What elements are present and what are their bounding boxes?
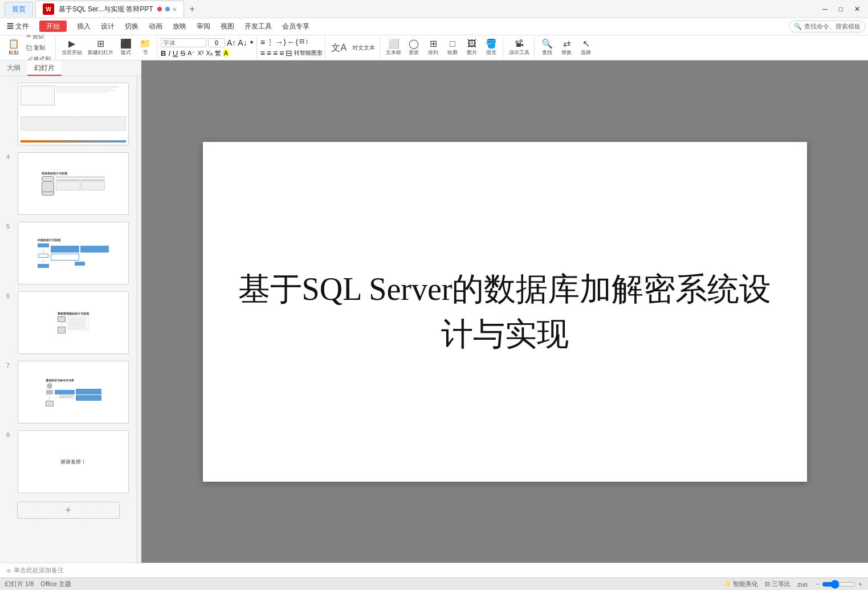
numbered-list-btn[interactable]: ⋮ (266, 38, 274, 47)
menu-vip[interactable]: 会员专享 (278, 20, 314, 33)
text-direction-btn[interactable]: 文A (329, 42, 349, 54)
increase-font-btn[interactable]: A↑ (227, 38, 236, 47)
menu-review[interactable]: 审阅 (192, 20, 215, 33)
image-icon: 🖼 (467, 39, 476, 48)
tab-close-btn[interactable]: ✕ (172, 6, 177, 13)
slides-group: ▶ 当页开始 ⊞ 新建幻灯片 ⬛ 版式 📁 节 (57, 37, 157, 59)
home-tab[interactable]: 首页 (5, 2, 33, 17)
line-spacing-btn[interactable]: ↕ (305, 38, 309, 47)
align-center-btn[interactable]: ≡ (267, 48, 271, 58)
indent-left-btn[interactable]: ←⟨ (287, 38, 298, 47)
find-btn[interactable]: 🔍 查找 (538, 38, 556, 58)
doc-tab[interactable]: W 基于SQL Ser...与实现 答辩PPT ✕ (35, 1, 184, 17)
shape-icon: ◯ (409, 39, 419, 48)
decrease-font-btn[interactable]: A↓ (238, 38, 247, 47)
char-spacing-btn[interactable]: 繁 (215, 49, 221, 58)
slide-thumb-7[interactable]: 7 通信协议与命令行分析 ↕ (2, 358, 134, 426)
align-text-label: 对文文本 (352, 44, 375, 52)
slide-thumb-5[interactable]: 5 列表的设计与实现 ↓ ↓ (2, 219, 134, 287)
present-tools-btn[interactable]: 📽 演示工具 (507, 38, 532, 58)
slide-thumb-8[interactable]: 8 谢谢老师！ (2, 428, 134, 496)
italic-btn[interactable]: I (168, 49, 170, 58)
close-btn[interactable]: ✕ (851, 5, 863, 13)
paragraph-group: ≡ ⋮ →⟩ ←⟨ ⊟ ↕ ≡ ≡ ≡ ≡ ⊟ 转智能图形 (258, 37, 326, 59)
cut-btn[interactable]: ✂ 剪切 (24, 35, 53, 42)
wps-logo: W (43, 3, 54, 15)
strikethrough-btn[interactable]: S (180, 49, 185, 58)
zoom-control[interactable]: － ＋ (814, 580, 863, 589)
add-slide-btn[interactable]: + (17, 502, 120, 519)
layout-btn[interactable]: ⬛ 版式 (117, 38, 135, 58)
unsaved-indicator (157, 7, 162, 11)
menu-transition[interactable]: 切换 (120, 20, 143, 33)
slide-thumb-4[interactable]: 4 库库库的设计与实现 (2, 149, 134, 218)
minimize-btn[interactable]: ─ (819, 5, 831, 13)
paste-btn[interactable]: 📋 粘贴 (5, 38, 23, 58)
clear-format-btn[interactable]: ✦ (249, 39, 254, 46)
add-note-label[interactable]: 单击此处添加备注 (14, 566, 64, 575)
select-icon: ↖ (582, 39, 590, 48)
bullet-list-btn[interactable]: ≡ (260, 38, 265, 47)
font-color-btn[interactable]: A (223, 50, 229, 56)
image-btn[interactable]: 🖼 图片 (463, 38, 481, 58)
col-layout-btn[interactable]: ⊟ (299, 38, 304, 47)
text-box-btn[interactable]: ⬜ 文本框 (384, 38, 404, 58)
slide-thumb-6[interactable]: 6 密钥管理器的设计与实现 ↕ (2, 288, 134, 357)
menu-animation[interactable]: 动画 (144, 20, 167, 33)
slide-thumb-3[interactable] (2, 80, 134, 148)
layout-icon: ⬛ (120, 39, 132, 48)
title-bar: 首页 W 基于SQL Ser...与实现 答辩PPT ✕ + ─ □ ✕ (0, 0, 868, 18)
current-page-btn[interactable]: ▶ 当页开始 (59, 38, 84, 58)
indent-right-btn[interactable]: →⟩ (275, 38, 286, 47)
insert-group: ⬜ 文本框 ◯ 形状 ⊞ 排列 □ 轮廓 🖼 图片 🪣 填充 (381, 37, 503, 59)
cut-icon: ✂ (26, 35, 31, 40)
slides-tab[interactable]: 幻灯片 (27, 60, 62, 76)
fit-btn[interactable]: zuо (797, 581, 808, 588)
menu-insert[interactable]: 插入 (72, 20, 95, 33)
menu-file[interactable]: ☰ 文件 (2, 20, 34, 33)
select-btn[interactable]: ↖ 选择 (577, 38, 595, 58)
distribute-btn[interactable]: ⊟ (286, 48, 292, 58)
menu-slideshow[interactable]: 放映 (168, 20, 191, 33)
kaishi-btn[interactable]: 开始 (39, 21, 67, 32)
underline-btn[interactable]: U (173, 49, 178, 58)
add-tab-button[interactable]: + (186, 4, 198, 14)
menu-design[interactable]: 设计 (96, 20, 119, 33)
zoom-out-btn[interactable]: － (814, 580, 821, 588)
outline-btn[interactable]: □ 轮廓 (443, 38, 462, 58)
format-painter-btn[interactable]: 🖌 格式刷 (24, 54, 53, 61)
superscript-btn[interactable]: X² (197, 50, 203, 56)
bold-btn[interactable]: B (161, 49, 166, 58)
search-box[interactable]: 🔍 查找命令、搜索模板 (789, 21, 866, 32)
menu-kaishi[interactable]: 开始 (35, 20, 71, 33)
slide-panel: 4 库库库的设计与实现 (0, 76, 137, 563)
replace-btn[interactable]: ⇄ 替换 (557, 38, 576, 58)
align-left-btn[interactable]: ≡ (260, 48, 265, 58)
smart-shape-btn[interactable]: 转智能图形 (294, 49, 323, 57)
shadow-btn[interactable]: A⁻ (188, 50, 195, 57)
shape-btn[interactable]: ◯ 形状 (405, 38, 423, 58)
outline-tab[interactable]: 大纲 (0, 60, 27, 76)
align-text-btn[interactable]: 对文文本 (350, 43, 377, 53)
menu-view[interactable]: 视图 (216, 20, 239, 33)
zoom-slider[interactable] (822, 580, 856, 589)
maximize-btn[interactable]: □ (836, 5, 846, 13)
zoom-in-btn[interactable]: ＋ (857, 580, 863, 588)
menu-developer[interactable]: 开发工具 (240, 20, 276, 33)
main-slide-title: 基于SQL Server的数据库加解密系统设计与实现 (203, 255, 807, 368)
arrange-btn[interactable]: ⊞ 排列 (424, 38, 442, 58)
copy-btn[interactable]: ⿻ 复制 (24, 43, 53, 53)
fill-btn[interactable]: 🪣 填充 (482, 38, 500, 58)
notes-icon: ≡ (7, 567, 10, 574)
font-size-input[interactable] (208, 38, 225, 47)
align-right-btn[interactable]: ≡ (273, 48, 278, 58)
justify-btn[interactable]: ≡ (279, 48, 284, 58)
slide-canvas[interactable]: 基于SQL Server的数据库加解密系统设计与实现 (203, 142, 807, 482)
new-slide-btn[interactable]: ⊞ 新建幻灯片 (85, 38, 116, 58)
subscript-btn[interactable]: X₂ (206, 50, 212, 57)
smart-beautify-btn[interactable]: ✨ 智能美化 (723, 580, 758, 588)
slide-thumbnail-8: 谢谢老师！ (18, 430, 129, 493)
view-mode-btn[interactable]: ⊟ 三等比 (765, 580, 790, 588)
section-btn[interactable]: 📁 节 (136, 38, 154, 58)
font-name-input[interactable] (161, 38, 206, 47)
